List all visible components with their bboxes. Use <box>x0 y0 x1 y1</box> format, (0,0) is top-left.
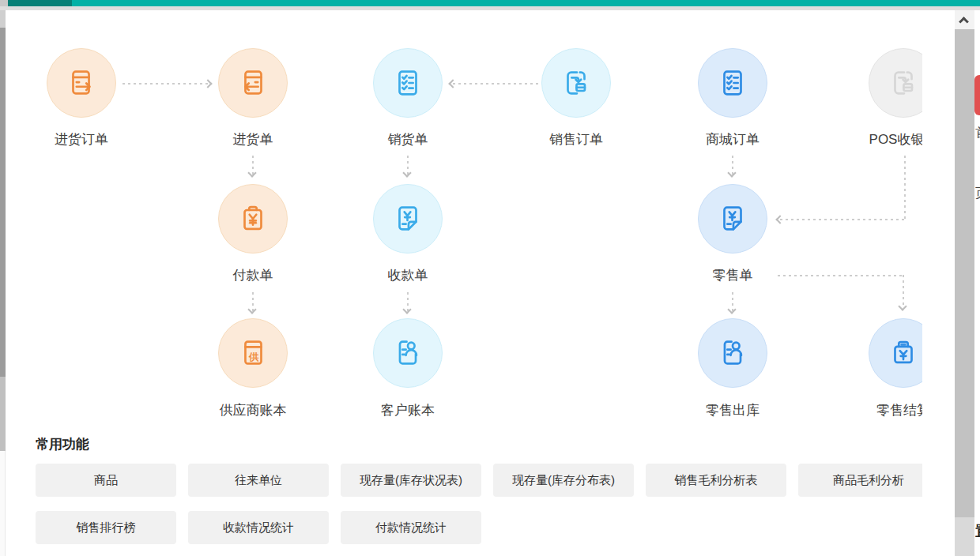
flow-node-label: 商城订单 <box>669 131 796 148</box>
supplier-ledger-icon: 供 <box>218 318 288 388</box>
page-yen-icon <box>373 184 443 254</box>
edge-text-fragment: 置 <box>975 522 980 540</box>
button-goods[interactable]: 商品 <box>36 464 176 497</box>
button-stock-status[interactable]: 现存量(库存状况表) <box>341 464 481 497</box>
flow-node-label: POS收银台 <box>840 131 922 148</box>
left-scroll-strip <box>0 28 6 377</box>
left-scroll-strip-light <box>0 377 6 451</box>
button-partners[interactable]: 往来单位 <box>188 464 329 497</box>
flow-node-label: 进货单 <box>190 131 316 148</box>
flow-node-label: 收款单 <box>345 267 471 284</box>
edge-text-fragment: 页 <box>975 186 980 202</box>
checklist-icon <box>698 48 767 118</box>
arrow-sales-order-to-sales-receipt <box>453 83 540 85</box>
right-edge-sliver: 首 页 置 <box>974 10 980 556</box>
button-goods-margin-report[interactable]: 商品毛利分析 <box>798 464 922 497</box>
flow-node-label: 销售订单 <box>513 131 639 148</box>
arrowhead-down <box>247 168 256 177</box>
register-yen-icon <box>869 318 922 388</box>
scrollbar-up-button[interactable] <box>955 10 974 31</box>
button-sales-ranking[interactable]: 销售排行榜 <box>36 511 176 544</box>
arrow-retail-to-settlement-segment <box>778 275 904 276</box>
button-payment-stats[interactable]: 付款情况统计 <box>341 511 481 544</box>
transfer-icon <box>541 48 611 118</box>
page-person-icon <box>373 318 443 388</box>
flow-node-label: 零售结算 <box>840 402 922 419</box>
svg-text:供: 供 <box>248 351 259 363</box>
page-person-icon <box>698 318 767 388</box>
arrowhead-down <box>727 168 736 177</box>
flow-node-label: 销货单 <box>345 131 471 148</box>
erp-flow-page: 进货订单 进货单 销货单 销售订单 商城订单 <box>0 0 980 556</box>
arrow-purchase-order-to-receipt <box>122 83 209 85</box>
vertical-scrollbar <box>955 10 974 556</box>
left-edge-strip <box>0 10 6 28</box>
top-accent-bar-dark-segment <box>8 0 72 6</box>
common-buttons-row-2: 销售排行榜 收款情况统计 付款情况统计 <box>36 511 481 544</box>
flow-node-label: 客户账本 <box>345 402 471 419</box>
arrowhead-down <box>402 305 411 314</box>
doc-arrow-left-icon <box>218 48 288 118</box>
scrollbar-thumb[interactable] <box>955 29 974 517</box>
transfer-icon <box>869 48 922 118</box>
arrowhead-down <box>727 305 736 314</box>
top-bar-corner <box>0 0 8 6</box>
flow-node-label: 零售单 <box>669 267 796 284</box>
button-sales-margin-report[interactable]: 销售毛利分析表 <box>646 464 786 497</box>
button-receipt-stats[interactable]: 收款情况统计 <box>188 511 329 544</box>
flow-node-label: 供应商账本 <box>190 402 316 419</box>
arrow-pos-down-segment <box>904 156 906 220</box>
flow-node-label: 进货订单 <box>18 131 145 148</box>
arrowhead-down <box>402 168 411 177</box>
common-functions-title: 常用功能 <box>36 435 89 453</box>
doc-arrow-right-icon <box>47 48 116 118</box>
arrowhead-left <box>775 215 784 224</box>
checklist-icon <box>373 48 443 118</box>
edge-text-fragment: 首 <box>975 125 980 141</box>
arrowhead-right <box>203 79 212 88</box>
chevron-up-icon <box>959 17 969 27</box>
top-accent-bar <box>0 0 980 6</box>
arrow-pos-to-retail-order <box>780 219 905 220</box>
edge-red-badge[interactable] <box>974 75 980 115</box>
arrowhead-down <box>898 302 906 310</box>
flowchart-area: 进货订单 进货单 销货单 销售订单 商城订单 <box>6 10 922 556</box>
left-edge-strip-bottom <box>0 451 6 556</box>
button-stock-distribution[interactable]: 现存量(库存分布表) <box>493 464 634 497</box>
flow-node-label: 零售出库 <box>669 402 796 419</box>
arrowhead-down <box>247 305 256 314</box>
clipboard-yen-icon <box>218 184 288 254</box>
flow-node-label: 付款单 <box>190 267 316 284</box>
page-yen-icon <box>698 184 767 254</box>
common-buttons-row-1: 商品 往来单位 现存量(库存状况表) 现存量(库存分布表) 销售毛利分析表 商品… <box>36 464 922 497</box>
arrowhead-left <box>448 79 457 88</box>
scrollbar-track[interactable] <box>955 517 974 556</box>
